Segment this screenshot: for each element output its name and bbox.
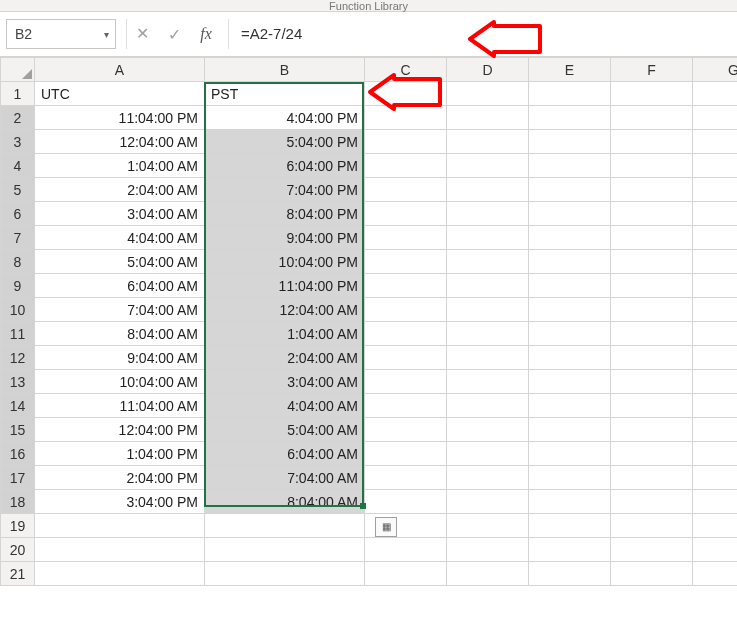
- cell-E1[interactable]: [529, 82, 611, 106]
- row-header-19[interactable]: 19: [1, 514, 35, 538]
- cell-G8[interactable]: [693, 250, 738, 274]
- col-header-A[interactable]: A: [35, 58, 205, 82]
- cell-D12[interactable]: [447, 346, 529, 370]
- cancel-formula-button[interactable]: ✕: [126, 19, 158, 49]
- cell-A8[interactable]: 5:04:00 AM: [35, 250, 205, 274]
- cell-E14[interactable]: [529, 394, 611, 418]
- col-header-E[interactable]: E: [529, 58, 611, 82]
- cell-A13[interactable]: 10:04:00 AM: [35, 370, 205, 394]
- cell-E16[interactable]: [529, 442, 611, 466]
- row-header-11[interactable]: 11: [1, 322, 35, 346]
- cell-C7[interactable]: [365, 226, 447, 250]
- cell-C11[interactable]: [365, 322, 447, 346]
- name-box-dropdown-icon[interactable]: ▾: [104, 29, 109, 40]
- cell-C21[interactable]: [365, 562, 447, 586]
- cell-E4[interactable]: [529, 154, 611, 178]
- cell-G5[interactable]: [693, 178, 738, 202]
- cell-F10[interactable]: [611, 298, 693, 322]
- cell-E10[interactable]: [529, 298, 611, 322]
- cell-C3[interactable]: [365, 130, 447, 154]
- cell-F18[interactable]: [611, 490, 693, 514]
- row-header-14[interactable]: 14: [1, 394, 35, 418]
- cell-D8[interactable]: [447, 250, 529, 274]
- cell-D5[interactable]: [447, 178, 529, 202]
- cell-B5[interactable]: 7:04:00 PM: [205, 178, 365, 202]
- cell-C8[interactable]: [365, 250, 447, 274]
- cell-G17[interactable]: [693, 466, 738, 490]
- col-header-G[interactable]: G: [693, 58, 738, 82]
- row-header-16[interactable]: 16: [1, 442, 35, 466]
- cell-B13[interactable]: 3:04:00 AM: [205, 370, 365, 394]
- cell-B6[interactable]: 8:04:00 PM: [205, 202, 365, 226]
- col-header-F[interactable]: F: [611, 58, 693, 82]
- cell-A16[interactable]: 1:04:00 PM: [35, 442, 205, 466]
- cell-E12[interactable]: [529, 346, 611, 370]
- cell-C20[interactable]: [365, 538, 447, 562]
- cell-C16[interactable]: [365, 442, 447, 466]
- cell-D15[interactable]: [447, 418, 529, 442]
- cell-D7[interactable]: [447, 226, 529, 250]
- cell-B15[interactable]: 5:04:00 AM: [205, 418, 365, 442]
- cell-C15[interactable]: [365, 418, 447, 442]
- cell-D4[interactable]: [447, 154, 529, 178]
- cell-G11[interactable]: [693, 322, 738, 346]
- cell-E6[interactable]: [529, 202, 611, 226]
- cell-C1[interactable]: [365, 82, 447, 106]
- cell-G2[interactable]: [693, 106, 738, 130]
- cell-D2[interactable]: [447, 106, 529, 130]
- row-header-21[interactable]: 21: [1, 562, 35, 586]
- formula-input[interactable]: =A2-7/24: [228, 19, 737, 49]
- cell-B4[interactable]: 6:04:00 PM: [205, 154, 365, 178]
- cell-A7[interactable]: 4:04:00 AM: [35, 226, 205, 250]
- cell-B11[interactable]: 1:04:00 AM: [205, 322, 365, 346]
- cell-B16[interactable]: 6:04:00 AM: [205, 442, 365, 466]
- cell-C17[interactable]: [365, 466, 447, 490]
- cell-B7[interactable]: 9:04:00 PM: [205, 226, 365, 250]
- cell-G14[interactable]: [693, 394, 738, 418]
- cell-F15[interactable]: [611, 418, 693, 442]
- row-header-8[interactable]: 8: [1, 250, 35, 274]
- cell-F12[interactable]: [611, 346, 693, 370]
- cell-A15[interactable]: 12:04:00 PM: [35, 418, 205, 442]
- cell-A4[interactable]: 1:04:00 AM: [35, 154, 205, 178]
- cell-D20[interactable]: [447, 538, 529, 562]
- cell-F7[interactable]: [611, 226, 693, 250]
- name-box[interactable]: B2 ▾: [6, 19, 116, 49]
- cell-F21[interactable]: [611, 562, 693, 586]
- cell-C14[interactable]: [365, 394, 447, 418]
- cell-C12[interactable]: [365, 346, 447, 370]
- cell-F16[interactable]: [611, 442, 693, 466]
- cell-G4[interactable]: [693, 154, 738, 178]
- cell-F11[interactable]: [611, 322, 693, 346]
- cell-D14[interactable]: [447, 394, 529, 418]
- cell-G18[interactable]: [693, 490, 738, 514]
- cell-E21[interactable]: [529, 562, 611, 586]
- cell-D16[interactable]: [447, 442, 529, 466]
- cell-G20[interactable]: [693, 538, 738, 562]
- cell-D17[interactable]: [447, 466, 529, 490]
- row-header-5[interactable]: 5: [1, 178, 35, 202]
- cell-F14[interactable]: [611, 394, 693, 418]
- cell-E11[interactable]: [529, 322, 611, 346]
- cell-B21[interactable]: [205, 562, 365, 586]
- cell-B17[interactable]: 7:04:00 AM: [205, 466, 365, 490]
- cell-E2[interactable]: [529, 106, 611, 130]
- cell-A5[interactable]: 2:04:00 AM: [35, 178, 205, 202]
- cell-C13[interactable]: [365, 370, 447, 394]
- cell-B1[interactable]: PST: [205, 82, 365, 106]
- row-header-13[interactable]: 13: [1, 370, 35, 394]
- row-header-3[interactable]: 3: [1, 130, 35, 154]
- cell-A17[interactable]: 2:04:00 PM: [35, 466, 205, 490]
- row-header-2[interactable]: 2: [1, 106, 35, 130]
- cell-C10[interactable]: [365, 298, 447, 322]
- cell-F19[interactable]: [611, 514, 693, 538]
- cell-A3[interactable]: 12:04:00 AM: [35, 130, 205, 154]
- cell-D21[interactable]: [447, 562, 529, 586]
- col-header-B[interactable]: B: [205, 58, 365, 82]
- cell-A18[interactable]: 3:04:00 PM: [35, 490, 205, 514]
- cell-E5[interactable]: [529, 178, 611, 202]
- cell-D19[interactable]: [447, 514, 529, 538]
- enter-formula-button[interactable]: ✓: [158, 25, 190, 44]
- cell-F13[interactable]: [611, 370, 693, 394]
- cell-A14[interactable]: 11:04:00 AM: [35, 394, 205, 418]
